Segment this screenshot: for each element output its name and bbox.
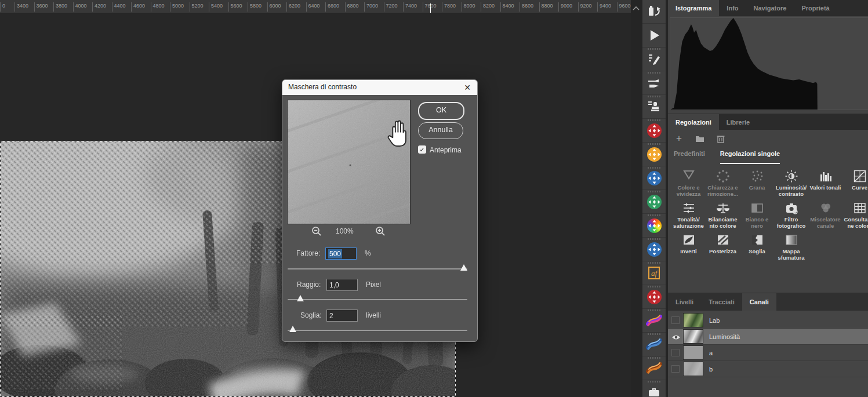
subtab-predefiniti[interactable]: Predefiniti	[674, 150, 705, 164]
trash-icon[interactable]	[716, 133, 726, 144]
swoosh-orange-button[interactable]	[642, 356, 666, 380]
action-disc-blue2-button[interactable]	[642, 238, 666, 261]
curves-icon	[842, 170, 868, 183]
action-disc-yellow-button[interactable]	[642, 143, 666, 166]
stamp-presets-button[interactable]	[642, 95, 666, 118]
ruler-label: 5800	[248, 2, 262, 12]
tab-canali[interactable]: Canali	[742, 293, 776, 311]
adjustment-label: Chiarezza e rimozione...	[706, 184, 740, 197]
adjustment-lookup[interactable]: Consultazio ne colore	[842, 202, 868, 229]
tab-navigatore[interactable]: Navigatore	[746, 0, 794, 16]
preview-checkbox[interactable]: ✓	[418, 145, 426, 154]
tab-istogramma[interactable]: Istogramma	[668, 0, 719, 16]
tab-tracciati[interactable]: Tracciati	[701, 293, 742, 311]
ruler-label: 6800	[345, 2, 359, 12]
ok-button[interactable]: OK	[418, 102, 464, 120]
eye-icon[interactable]	[671, 333, 680, 340]
channel-row-luminosit-[interactable]: Luminosità	[668, 329, 868, 345]
swoosh-blue-button[interactable]	[642, 333, 666, 356]
adjustment-gradientmap[interactable]: Mappa sfumatura	[774, 234, 808, 261]
ruler-label: 5000	[170, 2, 184, 12]
dialog-titlebar[interactable]: Maschera di contrasto ✕	[282, 80, 477, 95]
play-action-button[interactable]	[642, 24, 666, 47]
action-disc-blue-button[interactable]	[642, 166, 666, 190]
tab-livelli[interactable]: Livelli	[668, 293, 701, 311]
channel-row-b[interactable]: b	[668, 361, 868, 377]
mixer-brush-button[interactable]	[642, 71, 666, 94]
adjustment-posterize[interactable]: Posterizza	[706, 234, 740, 261]
channel-name: a	[709, 349, 713, 356]
ruler-label: 4200	[92, 2, 106, 12]
ruler-label: 4000	[73, 2, 87, 12]
visibility-checkbox[interactable]	[671, 316, 680, 324]
collapse-dock-chevron-icon[interactable]	[631, 5, 641, 13]
visibility-checkbox[interactable]	[671, 349, 680, 356]
subtab-regolazioni-singole[interactable]: Regolazioni singole	[720, 150, 780, 164]
radius-slider-track[interactable]	[288, 299, 467, 300]
tab-propriet-[interactable]: Proprietà	[794, 0, 837, 16]
adjustment-invert[interactable]: Inverti	[671, 234, 706, 261]
radius-unit: Pixel	[366, 281, 381, 289]
action-disc-rainbow-button[interactable]	[642, 214, 666, 237]
threshold-slider-track[interactable]	[288, 330, 467, 331]
hue-icon	[671, 202, 706, 214]
adjustment-photofilter[interactable]: Filtro fotografico	[774, 202, 808, 229]
adjustment-hue[interactable]: Tonalità/ saturazione	[671, 202, 706, 229]
ruler-label: 7000	[364, 2, 378, 12]
zoom-in-icon[interactable]	[375, 226, 386, 236]
mixer-icon	[808, 202, 842, 214]
adjustment-vibrance[interactable]: Colore e vividezza	[671, 170, 706, 197]
ruler-label: 7200	[384, 2, 398, 12]
icon-dock: af	[642, 0, 666, 397]
radius-slider-thumb[interactable]	[297, 295, 304, 301]
close-icon[interactable]: ✕	[461, 82, 474, 93]
tab-regolazioni[interactable]: Regolazioni	[668, 114, 719, 130]
snapshot-panel-button[interactable]	[642, 0, 666, 23]
cancel-button[interactable]: Annulla	[418, 122, 463, 139]
folder-icon[interactable]	[695, 133, 705, 144]
adjustment-clarity[interactable]: Chiarezza e rimozione...	[706, 170, 740, 197]
ruler-label: 7600	[423, 2, 437, 12]
action-disc-red2-button[interactable]	[642, 285, 666, 308]
adjustment-balance[interactable]: Bilanciame nto colore	[706, 202, 740, 229]
adjustment-label: Consultazio ne colore	[842, 216, 868, 229]
panel-grip	[648, 119, 660, 121]
channels-tabbar: LivelliTracciatiCanali	[668, 293, 868, 311]
tab-librerie[interactable]: Librerie	[719, 114, 757, 130]
adjustment-threshold[interactable]: Soglia	[740, 234, 774, 261]
visibility-checkbox[interactable]	[671, 365, 680, 373]
action-disc-red-button[interactable]	[642, 119, 666, 142]
dialog-title: Maschera di contrasto	[288, 83, 357, 91]
adjustment-levels[interactable]: Valori tonali	[808, 170, 842, 197]
invert-icon	[671, 234, 706, 246]
ruler-label-partial: 0	[0, 2, 5, 12]
action-disc-green-button[interactable]	[642, 190, 666, 213]
af-panel-button[interactable]: af	[642, 261, 666, 285]
adjustment-bw[interactable]: Bianco e nero	[740, 202, 774, 229]
gradientmap-icon	[774, 234, 808, 246]
ruler-label: 9000	[558, 2, 572, 12]
grain-icon	[740, 170, 774, 183]
adjustment-label: Bilanciame nto colore	[706, 216, 740, 229]
amount-slider-track[interactable]	[288, 268, 467, 269]
swoosh-multicolor-button[interactable]	[642, 309, 666, 332]
adjustment-mixer[interactable]: Miscelatore canale	[808, 202, 842, 229]
amount-input[interactable]: 500	[325, 247, 357, 260]
threshold-input[interactable]: 2	[326, 309, 358, 322]
amount-slider-thumb[interactable]	[460, 264, 467, 271]
adjustment-curves[interactable]: Curve	[842, 170, 868, 197]
briefcase-panel-button[interactable]	[642, 380, 666, 397]
channel-row-a[interactable]: a	[668, 345, 868, 361]
tab-info[interactable]: Info	[719, 0, 746, 16]
zoom-out-icon[interactable]	[311, 226, 322, 236]
radius-input[interactable]: 1,0	[326, 279, 358, 291]
adjustment-grain[interactable]: Grana	[740, 170, 774, 197]
adjustment-brightness[interactable]: Luminosità/ contrasto	[774, 170, 808, 197]
posterize-icon	[706, 234, 740, 246]
panel-grip	[648, 48, 660, 50]
channel-row-lab[interactable]: Lab	[668, 312, 868, 329]
histogram-plot	[670, 17, 868, 110]
plus-icon[interactable]: +	[674, 133, 684, 144]
threshold-slider-thumb[interactable]	[289, 326, 296, 332]
brush-presets-button[interactable]	[642, 48, 666, 71]
